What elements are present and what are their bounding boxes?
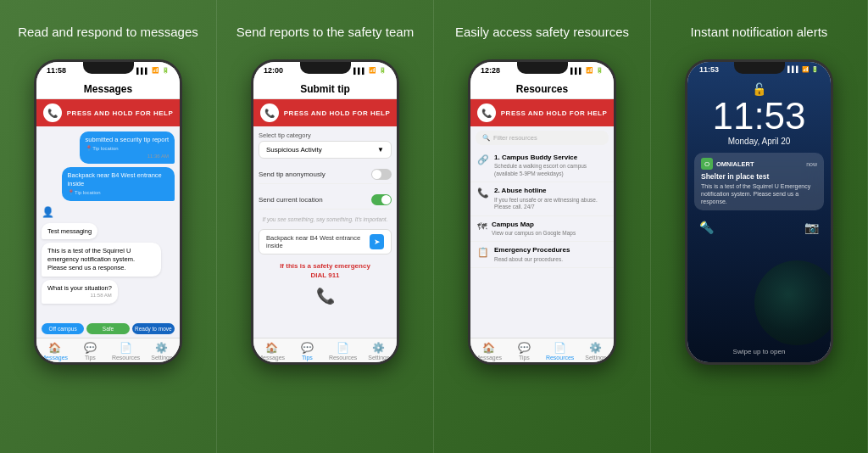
resource-item-1[interactable]: 🔗 1. Campus Buddy Service Schedule a wal… xyxy=(470,149,614,182)
lock-status-icons: ▌▌▌ 📶 🔋 xyxy=(787,66,819,73)
status-time-1: 11:58 xyxy=(47,66,66,75)
wifi-icon-3: 📶 xyxy=(586,67,593,74)
nav-tips-2[interactable]: 💬 Tips xyxy=(289,342,325,361)
resource-desc-2: If you feel unsafe or are witnessing abu… xyxy=(494,197,607,211)
phone-3: 12:28 ▌▌▌ 📶 🔋 Resources 📞 PRESS AND HOLD… xyxy=(468,59,616,365)
tip-input[interactable]: Backpack near B4 West entrance inside ➤ xyxy=(259,229,392,254)
battery-icon-3: 🔋 xyxy=(596,67,604,74)
nav-settings-2[interactable]: ⚙️ Settings xyxy=(361,342,397,361)
lock-wifi-icon: 📶 xyxy=(802,66,810,73)
phone-2: 12:00 ▌▌▌ 📶 🔋 Submit tip 📞 PRESS AND HOL… xyxy=(251,59,399,365)
category-select[interactable]: Suspicious Activity ▼ xyxy=(259,141,392,159)
nav-label-messages-3: Messages xyxy=(475,355,502,361)
sos-bar-3[interactable]: 📞 PRESS AND HOLD FOR HELP xyxy=(470,99,614,126)
tip-form: Select tip category Suspicious Activity … xyxy=(253,126,397,338)
nav-label-resources-1: Resources xyxy=(112,355,140,361)
notch-3 xyxy=(517,62,568,74)
lock-notification[interactable]: O OMNIALERT now Shelter in place test Th… xyxy=(694,153,824,210)
emergency-line1: If this is a safety emergency xyxy=(280,262,370,270)
panel-notifications: Instant notification alerts 11:53 ▌▌▌ 📶 … xyxy=(651,0,868,453)
tips-icon-2: 💬 xyxy=(301,342,314,354)
settings-icon-1: ⚙️ xyxy=(155,342,168,354)
location-label: Send current location xyxy=(259,196,323,204)
nav-tips-3[interactable]: 💬 Tips xyxy=(506,342,542,361)
sos-text-3: PRESS AND HOLD FOR HELP xyxy=(501,109,607,117)
send-button[interactable]: ➤ xyxy=(370,234,384,249)
buddy-icon: 🔗 xyxy=(477,154,489,165)
msg-3: Test messaging xyxy=(42,223,97,240)
lock-battery-icon: 🔋 xyxy=(811,66,819,73)
procedures-icon: 📋 xyxy=(477,247,489,258)
lock-screen: 11:53 ▌▌▌ 📶 🔋 🔓 11:53 Monday, April 20 O… xyxy=(687,62,831,362)
resource-title-4: Emergency Procedures xyxy=(494,246,570,254)
nav-resources-3[interactable]: 📄 Resources xyxy=(542,342,578,361)
signal-icon-3: ▌▌▌ xyxy=(570,68,583,74)
nav-resources-1[interactable]: 📄 Resources xyxy=(108,342,144,361)
nav-resources-2[interactable]: 📄 Resources xyxy=(326,342,361,361)
signal-icon-2: ▌▌▌ xyxy=(353,68,366,74)
sos-icon-1: 📞 xyxy=(43,103,62,122)
nav-messages-1[interactable]: 🏠 Messages xyxy=(36,342,72,361)
search-icon: 🔍 xyxy=(482,134,490,142)
resource-item-3[interactable]: 🗺 Campus Map View our campus on Google M… xyxy=(470,216,614,243)
panel-tips: Send reports to the safety team 12:00 ▌▌… xyxy=(217,0,434,453)
msg-5: What is your situation? 11:58 AM xyxy=(42,280,118,305)
resource-content-4: Emergency Procedures Read about our proc… xyxy=(494,246,570,263)
panel-resources: Easily access safety resources 12:28 ▌▌▌… xyxy=(434,0,651,453)
notif-title: Shelter in place test xyxy=(701,172,817,181)
msg-time-5: 11:58 AM xyxy=(47,293,112,299)
response-buttons: Off campus Safe Ready to move xyxy=(36,320,180,338)
ready-btn[interactable]: Ready to move xyxy=(132,323,175,334)
sos-text-1: PRESS AND HOLD FOR HELP xyxy=(67,109,173,117)
safe-btn[interactable]: Safe xyxy=(86,323,129,334)
lock-signal-icon: ▌▌▌ xyxy=(787,66,800,73)
nav-tips-1[interactable]: 💬 Tips xyxy=(72,342,108,361)
resource-content-2: 2. Abuse hotline If you feel unsafe or a… xyxy=(494,187,607,210)
search-bar[interactable]: 🔍 Filter resources xyxy=(476,131,609,145)
flashlight-icon[interactable]: 🔦 xyxy=(699,221,714,234)
app-header-1: Messages xyxy=(36,79,180,99)
tip-location-2: 📍 Tip location xyxy=(68,190,169,197)
sos-bar-1[interactable]: 📞 PRESS AND HOLD FOR HELP xyxy=(36,99,180,126)
screen-3: 12:28 ▌▌▌ 📶 🔋 Resources 📞 PRESS AND HOLD… xyxy=(470,62,614,362)
anon-toggle-row: Send tip anonymously xyxy=(259,165,392,184)
nav-label-tips-2: Tips xyxy=(302,355,313,361)
bottom-nav-3: 🏠 Messages 💬 Tips 📄 Resources ⚙️ Setting… xyxy=(470,338,614,362)
resource-desc-1: Schedule a walking escort on campus (ava… xyxy=(494,163,607,177)
msg-1: submitted a security tip report 📍 Tip lo… xyxy=(80,131,175,164)
screen-2: 12:00 ▌▌▌ 📶 🔋 Submit tip 📞 PRESS AND HOL… xyxy=(253,62,397,362)
notch-1 xyxy=(83,62,134,74)
camera-icon[interactable]: 📷 xyxy=(804,221,819,234)
anon-toggle[interactable] xyxy=(371,169,392,180)
resource-list: 🔗 1. Campus Buddy Service Schedule a wal… xyxy=(470,149,614,338)
panel-3-title: Easily access safety resources xyxy=(455,15,629,49)
notif-header: O OMNIALERT now xyxy=(701,158,817,170)
status-time-2: 12:00 xyxy=(264,66,283,75)
bottom-nav-1: 🏠 Messages 💬 Tips 📄 Resources ⚙️ Setting… xyxy=(36,338,180,362)
anon-label: Send tip anonymously xyxy=(259,171,326,178)
battery-icon-2: 🔋 xyxy=(379,67,387,74)
resource-item-2[interactable]: 📞 2. Abuse hotline If you feel unsafe or… xyxy=(470,182,614,215)
off-campus-btn[interactable]: Off campus xyxy=(42,323,84,334)
nav-label-messages: Messages xyxy=(41,355,68,361)
phone-dial-icon: 📞 xyxy=(316,287,335,305)
tip-hint: If you see something, say something. It'… xyxy=(259,216,392,222)
nav-messages-2[interactable]: 🏠 Messages xyxy=(253,342,289,361)
resource-item-4[interactable]: 📋 Emergency Procedures Read about our pr… xyxy=(470,242,614,268)
msg-2: Backpack near B4 West entrance inside 📍 … xyxy=(62,167,175,200)
messages-list: submitted a security tip report 📍 Tip lo… xyxy=(36,126,180,320)
home-icon-3: 🏠 xyxy=(482,342,495,354)
category-value: Suspicious Activity xyxy=(266,146,322,154)
tips-icon-3: 💬 xyxy=(518,342,531,354)
screen-1: 11:58 ▌▌▌ 📶 🔋 Messages 📞 PRESS AND HOLD … xyxy=(36,62,180,362)
nav-messages-3[interactable]: 🏠 Messages xyxy=(470,342,506,361)
location-toggle[interactable] xyxy=(371,194,392,205)
earth-decoration xyxy=(754,260,831,345)
sos-bar-2[interactable]: 📞 PRESS AND HOLD FOR HELP xyxy=(253,99,397,126)
home-icon-2: 🏠 xyxy=(265,342,278,354)
lock-date: Monday, April 20 xyxy=(687,137,831,146)
nav-settings-3[interactable]: ⚙️ Settings xyxy=(578,342,614,361)
nav-settings-1[interactable]: ⚙️ Settings xyxy=(144,342,180,361)
status-icons-2: ▌▌▌ 📶 🔋 xyxy=(353,67,387,74)
resources-icon-1: 📄 xyxy=(120,342,132,354)
